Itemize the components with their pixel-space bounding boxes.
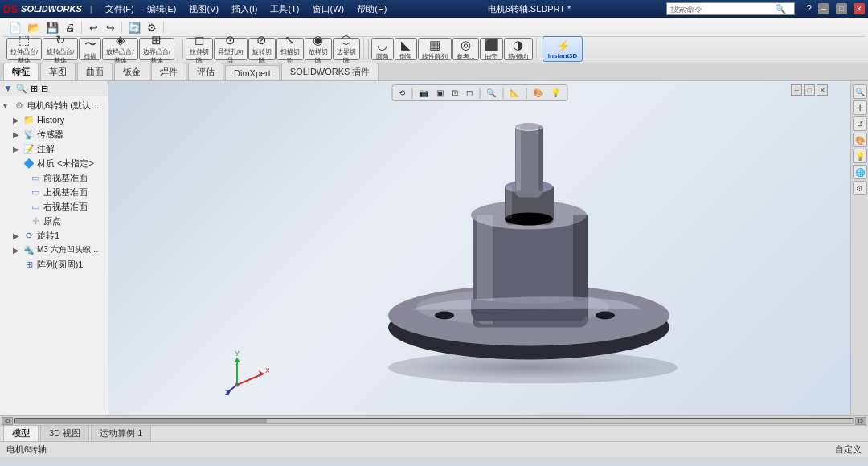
tab-dimxpert[interactable]: DimXpert (225, 65, 280, 80)
rib-btn[interactable]: ◑ 筋/镜向 (504, 38, 533, 60)
rs-zoom-btn[interactable]: 🔍 (853, 84, 867, 99)
rs-lighting-btn[interactable]: 💡 (853, 149, 867, 163)
new-btn[interactable]: 📄 (6, 22, 24, 34)
shell-btn[interactable]: ⬛ 抽壳 (480, 38, 503, 60)
reference-btn[interactable]: ◎ 参考... (452, 38, 479, 60)
tree-root[interactable]: ▾ ⚙ 电机6转轴 (默认<<默认>显 (2, 98, 106, 112)
tree-origin[interactable]: ✛ 原点 (2, 214, 106, 228)
undo-btn[interactable]: ↩ (85, 22, 101, 34)
hole-wizard-btn[interactable]: ⊙ 异型孔向导 (214, 38, 248, 60)
loft-boss-btn[interactable]: ◈ 放样凸台/基体 (102, 38, 137, 60)
tree-right-plane[interactable]: ▭ 右视基准面 (2, 199, 106, 214)
redo-btn[interactable]: ↪ (102, 22, 118, 34)
minimize-btn[interactable]: ─ (818, 3, 829, 14)
menu-help[interactable]: 帮助(H) (352, 2, 391, 17)
right-plane-icon: ▭ (29, 200, 42, 213)
close-btn[interactable]: ✕ (854, 3, 865, 14)
boundary-boss-btn[interactable]: ⊞ 边界凸台/基体 (139, 38, 174, 60)
tree-sensor[interactable]: ▶ 📡 传感器 (2, 127, 106, 141)
tab-model[interactable]: 模型 (3, 425, 39, 442)
print-btn[interactable]: 🖨 (62, 22, 78, 34)
tab-sketch[interactable]: 草图 (40, 63, 76, 80)
rebuild-btn[interactable]: 🔄 (125, 22, 143, 34)
options-btn[interactable]: ⚙ (144, 22, 160, 34)
revolve-boss-btn[interactable]: ↻ 旋转凸台/基体 (43, 38, 78, 60)
menu-window[interactable]: 窗口(W) (308, 2, 350, 17)
revolve-cut-btn[interactable]: ⊘ 旋转切除 (248, 38, 276, 60)
h-scroll-track[interactable] (14, 418, 854, 424)
search-input[interactable] (670, 5, 775, 14)
hide-show-btn[interactable]: ◻ (463, 87, 476, 99)
inner-maximize-btn[interactable]: □ (804, 84, 815, 96)
scene-btn[interactable]: 💡 (547, 87, 563, 99)
collapse-icon[interactable]: ⊟ (41, 84, 48, 94)
inner-minimize-btn[interactable]: ─ (791, 84, 802, 96)
tab-features[interactable]: 特征 (3, 63, 39, 80)
tree-pattern[interactable]: ⊞ 阵列(圆周)1 (2, 257, 106, 272)
display-style-btn[interactable]: ▣ (433, 87, 447, 99)
tab-weldment[interactable]: 焊件 (151, 63, 186, 80)
tab-plugins[interactable]: SOLIDWORKS 插件 (281, 63, 379, 80)
tree-material[interactable]: 🔷 材质 <未指定> (2, 156, 106, 170)
menu-insert[interactable]: 插入(I) (227, 2, 262, 17)
tab-motion[interactable]: 运动算例 1 (91, 425, 151, 442)
measure-btn[interactable]: 📐 (506, 87, 522, 99)
linear-pattern-btn[interactable]: ▦ 线性阵列 (418, 38, 452, 60)
fillet-btn[interactable]: ◡ 圆角 (371, 38, 394, 60)
magnify-btn[interactable]: 🔍 (483, 87, 499, 99)
section-view-btn[interactable]: ⊡ (448, 87, 461, 99)
rs-rotate-btn[interactable]: ↺ (853, 117, 867, 131)
bolt-toggle[interactable]: ▶ (13, 246, 23, 255)
pattern-label: 阵列(圆周)1 (37, 259, 83, 271)
zoom-fit-btn[interactable]: ⟲ (395, 87, 408, 99)
rs-settings-btn[interactable]: ⚙ (853, 181, 867, 195)
instant3d-button[interactable]: ⚡ Instant3D (542, 36, 583, 62)
menu-tools[interactable]: 工具(T) (265, 2, 304, 17)
inner-close-btn[interactable]: ✕ (817, 84, 828, 96)
sensor-toggle[interactable]: ▶ (13, 130, 23, 139)
rs-scene-btn[interactable]: 🌐 (853, 165, 867, 179)
extrude-boss-btn[interactable]: ⬚ 拉伸凸台/基体 (6, 38, 42, 60)
open-btn[interactable]: 📂 (25, 22, 43, 34)
chamfer-btn[interactable]: ◣ 倒角 (395, 38, 417, 60)
scroll-left-btn[interactable]: ◁ (2, 417, 13, 425)
expand-icon[interactable]: ⊞ (31, 84, 38, 94)
tab-sheetmetal[interactable]: 钣金 (114, 63, 149, 80)
menu-file[interactable]: 文件(F) (100, 2, 139, 17)
extrude-cut-btn[interactable]: ◻ 拉伸切除 (186, 38, 213, 60)
help-icon[interactable]: ? (806, 3, 812, 14)
loft-cut-btn[interactable]: ◉ 放样切除 (305, 38, 332, 60)
sweep-cut-btn[interactable]: ⤡ 扫描切割 (276, 38, 304, 60)
menu-edit[interactable]: 编辑(E) (142, 2, 182, 17)
revolve1-toggle[interactable]: ▶ (13, 231, 23, 240)
viewport[interactable]: ⟲ 📷 ▣ ⊡ ◻ 🔍 📐 🎨 💡 ─ □ ✕ (108, 81, 850, 415)
maximize-btn[interactable]: □ (836, 3, 847, 14)
tree-revolve1[interactable]: ▶ ⟳ 旋转1 (2, 228, 106, 243)
search-bar[interactable]: 🔍 (666, 2, 795, 15)
bottom-tabs: 模型 3D 视图 运动算例 1 (0, 425, 868, 441)
tree-annotation[interactable]: ▶ 📝 注解 (2, 141, 106, 156)
tab-evaluate[interactable]: 评估 (188, 63, 223, 80)
tree-top-plane[interactable]: ▭ 上视基准面 (2, 185, 106, 199)
tab-3dview[interactable]: 3D 视图 (40, 425, 89, 442)
view-orientation-btn[interactable]: 📷 (416, 87, 432, 99)
root-toggle[interactable]: ▾ (3, 101, 13, 110)
save-btn[interactable]: 💾 (43, 22, 61, 34)
tree-front-plane[interactable]: ▭ 前视基准面 (2, 170, 106, 185)
annotation-toggle[interactable]: ▶ (13, 145, 23, 153)
tab-surface[interactable]: 曲面 (77, 63, 113, 80)
filter-icon[interactable]: ▼ (3, 83, 13, 94)
tree-bolt[interactable]: ▶ 🔩 M3 六角凹头螺钉的柱形沉 (2, 243, 106, 257)
tree-history[interactable]: ▶ 📁 History (2, 112, 106, 127)
search-tree-icon[interactable]: 🔍 (16, 84, 27, 94)
sweep-boss-btn[interactable]: 〜 扫描 (79, 38, 101, 60)
boundary-cut-btn[interactable]: ⬡ 边界切除 (333, 38, 360, 60)
rs-appearance-btn[interactable]: 🎨 (853, 133, 867, 147)
history-toggle[interactable]: ▶ (13, 116, 23, 125)
h-scrollbar[interactable]: ◁ ▷ (0, 415, 868, 425)
h-scroll-thumb[interactable] (15, 419, 267, 423)
appearance-btn[interactable]: 🎨 (530, 87, 546, 99)
menu-view[interactable]: 视图(V) (184, 2, 223, 17)
rs-pan-btn[interactable]: ✛ (853, 100, 867, 115)
scroll-right-btn[interactable]: ▷ (855, 417, 866, 425)
